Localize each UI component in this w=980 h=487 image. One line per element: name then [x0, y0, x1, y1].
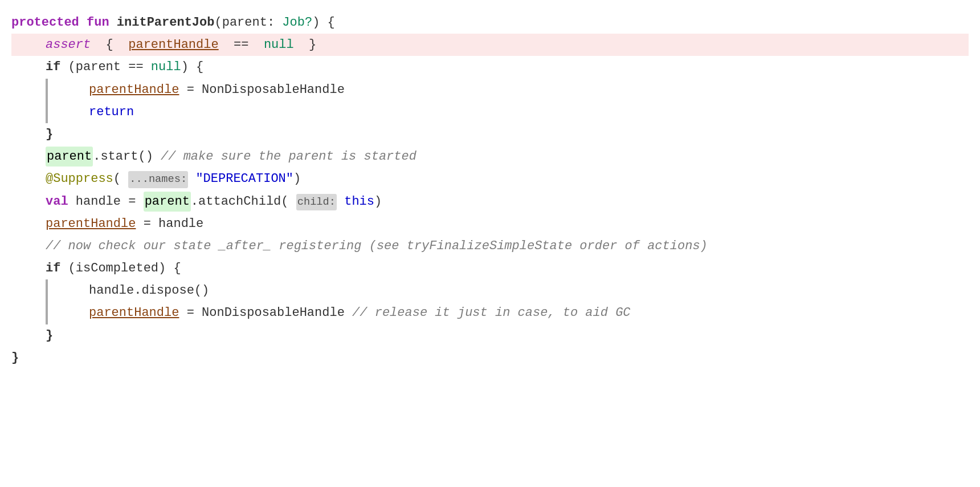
highlight-names-param: ...names: — [128, 171, 188, 188]
indent-bar-2 — [46, 279, 48, 324]
code-line-3: if (parent == null ) { — [11, 56, 969, 78]
code-line-13: handle.dispose() — [55, 279, 969, 302]
parent-handle-ref-1: parentHandle — [89, 80, 179, 100]
handle-dispose: handle.dispose() — [89, 281, 209, 301]
code-line-11: // now check our state _after_ registeri… — [11, 235, 969, 257]
code-line-6: } — [11, 123, 969, 145]
parent-handle-ref-2: parentHandle — [46, 214, 136, 234]
param-parent: parent — [222, 13, 267, 33]
annotation-suppress: @Suppress — [46, 169, 113, 189]
code-line-2: assert { parentHandle == null } — [11, 34, 969, 56]
if-block-1: parentHandle = NonDisposableHandle retur… — [11, 79, 969, 123]
code-line-8: @Suppress ( ...names: "DEPRECATION" ) — [11, 168, 969, 190]
string-deprecation: "DEPRECATION" — [195, 169, 293, 189]
null-keyword-assert: null — [264, 38, 294, 52]
kw-this: this — [344, 192, 374, 212]
kw-if-1: if — [46, 57, 60, 77]
code-line-14: parentHandle = NonDisposableHandle // re… — [55, 302, 969, 324]
func-name-initParentJob: initParentJob — [117, 13, 215, 33]
parent-handle-ref-3: parentHandle — [89, 303, 179, 323]
parent-highlight-attach: parent — [144, 192, 191, 212]
kw-if-2: if — [46, 258, 60, 278]
code-line-4: parentHandle = NonDisposableHandle — [55, 79, 969, 101]
kw-fun: fun — [87, 13, 109, 33]
code-line-10: parentHandle = handle — [11, 213, 969, 235]
parent-highlight-start: parent — [46, 147, 93, 167]
code-line-16: } — [11, 347, 969, 369]
kw-assert: assert — [46, 38, 91, 52]
param-type-job: Job? — [282, 13, 312, 33]
kw-val: val — [46, 192, 68, 212]
comment-gc: // release it just in case, to aid GC — [352, 303, 630, 323]
brace-close-1: } — [46, 124, 53, 144]
if-block-2: handle.dispose() parentHandle = NonDispo… — [11, 279, 969, 324]
kw-protected: protected — [11, 13, 79, 33]
comment-check-state: // now check our state _after_ registeri… — [46, 236, 708, 256]
parent-handle-ref-assert: parentHandle — [128, 38, 218, 52]
brace-close-3: } — [11, 348, 19, 368]
code-line-12: if (isCompleted) { — [11, 257, 969, 279]
kw-return: return — [89, 102, 134, 122]
null-keyword-if: null — [151, 57, 181, 77]
brace-close-2: } — [46, 326, 53, 346]
code-line-15: } — [11, 324, 969, 347]
code-line-9: val handle = parent .attachChild( child:… — [11, 190, 969, 213]
comment-start: // make sure the parent is started — [161, 147, 416, 167]
code-line-5: return — [55, 101, 969, 123]
code-line-7: parent .start() // make sure the parent … — [11, 145, 969, 168]
code-line-1: protected fun initParentJob ( parent : J… — [11, 11, 969, 34]
code-viewer: protected fun initParentJob ( parent : J… — [0, 6, 980, 375]
indent-bar-1 — [46, 79, 48, 123]
highlight-child-param: child: — [296, 194, 337, 211]
